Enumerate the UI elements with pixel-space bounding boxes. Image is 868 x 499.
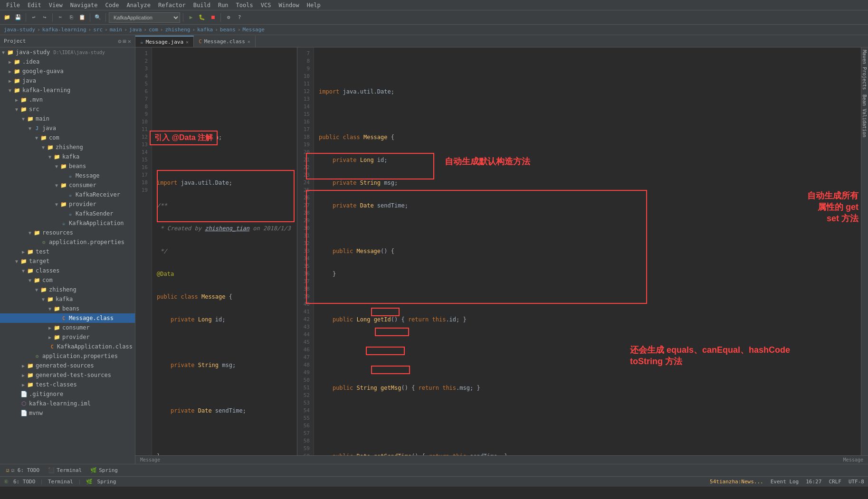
- sidebar-item-beans[interactable]: ▼ 📁 beans: [0, 161, 135, 171]
- menu-run[interactable]: Run: [214, 1, 232, 9]
- sidebar-item-mvnw[interactable]: ▶ 📄 mvnw: [0, 408, 135, 418]
- folder-icon: 📁: [33, 276, 41, 284]
- right-code-pane[interactable]: 自动生成默认构造方法 自动生成所有属性的 getset 方法: [297, 47, 861, 455]
- sidebar-item-kafka-learning[interactable]: ▼ 📁 kafka-learning: [0, 85, 135, 95]
- sidebar-layout-icon[interactable]: ⊞: [123, 38, 126, 45]
- toolbar-find[interactable]: 🔍: [93, 13, 103, 22]
- sidebar-item-main[interactable]: ▼ 📁 main: [0, 114, 135, 123]
- expand-arrow[interactable]: ▼: [0, 50, 7, 55]
- sidebar-item-generated-sources[interactable]: ▶ 📁 generated-sources: [0, 361, 135, 370]
- toolbar-paste[interactable]: 📋: [77, 13, 87, 22]
- menu-analyze[interactable]: Analyze: [123, 1, 154, 9]
- menu-refactor[interactable]: Refactor: [154, 1, 190, 9]
- sidebar-item-google-guava[interactable]: ▶ 📁 google-guava: [0, 66, 135, 76]
- sidebar-item-beans-target[interactable]: ▼ 📁 beans: [0, 304, 135, 313]
- sidebar-item-resources[interactable]: ▼ 📁 resources: [0, 228, 135, 237]
- menu-file[interactable]: File: [2, 1, 24, 9]
- toolbar-cut[interactable]: ✂: [56, 13, 65, 22]
- sidebar-item-gitignore[interactable]: ▶ 📄 .gitignore: [0, 389, 135, 399]
- sidebar-item-app-props-target[interactable]: ▶ ⚙ application.properties: [0, 351, 135, 361]
- bottom-tab-terminal[interactable]: ⬛ Terminal: [44, 466, 86, 475]
- breadcrumb-message[interactable]: Message: [243, 27, 265, 33]
- breadcrumb-java[interactable]: java: [129, 27, 142, 33]
- iml-icon: ⬡: [20, 400, 28, 407]
- menu-navigate[interactable]: Navigate: [67, 1, 102, 9]
- sidebar-item-test-classes[interactable]: ▶ 📁 test-classes: [0, 380, 135, 389]
- sidebar-item-kafka-learning-iml[interactable]: ▶ ⬡ kafka-learning.iml: [0, 399, 135, 408]
- project-selector[interactable]: KafkaApplication: [109, 12, 180, 23]
- left-code-content[interactable]: import lombok.Data; import java.util.Dat…: [152, 47, 297, 455]
- sidebar-item-idea[interactable]: ▶ 📁 .idea: [0, 57, 135, 66]
- menu-view[interactable]: View: [45, 1, 67, 9]
- sidebar-item-kafka-application[interactable]: ▶ ☕ KafkaApplication: [0, 218, 135, 228]
- right-code-content[interactable]: import java.util.Date; public class Mess…: [314, 47, 861, 455]
- sidebar-item-zhisheng[interactable]: ▼ 📁 zhisheng: [0, 142, 135, 152]
- toolbar-redo[interactable]: ↪: [40, 13, 49, 22]
- sidebar-item-kafka-receiver[interactable]: ▶ ☕ KafkaReceiver: [0, 190, 135, 199]
- breadcrumb-beans[interactable]: beans: [220, 27, 236, 33]
- breadcrumb-main[interactable]: main: [110, 27, 123, 33]
- toolbar-open[interactable]: 📁: [2, 13, 12, 22]
- menu-tools[interactable]: Tools: [232, 1, 257, 9]
- maven-projects-label[interactable]: Maven Projects: [861, 47, 868, 92]
- sidebar-item-test[interactable]: ▶ 📁 test: [0, 247, 135, 256]
- sidebar-item-java-study[interactable]: ▼ 📁 java-study D:\IDEA\java-study: [0, 47, 135, 57]
- sidebar-item-target[interactable]: ▼ 📁 target: [0, 256, 135, 266]
- toolbar-copy[interactable]: ⎘: [67, 13, 76, 22]
- sidebar-gear-icon[interactable]: ⚙: [118, 38, 121, 45]
- sidebar-close-icon[interactable]: ✕: [128, 38, 131, 45]
- sidebar-item-message-class[interactable]: ▶ C Message.class: [0, 313, 135, 323]
- toolbar-debug[interactable]: 🐛: [197, 13, 207, 22]
- menu-build[interactable]: Build: [190, 1, 214, 9]
- sidebar-item-src[interactable]: ▼ 📁 src: [0, 104, 135, 114]
- sidebar-item-java-src[interactable]: ▼ J java: [0, 123, 135, 133]
- tab-close-class[interactable]: ✕: [248, 39, 250, 44]
- sidebar-item-app-props[interactable]: ▶ ⚙ application.properties: [0, 237, 135, 247]
- sidebar-item-com-target[interactable]: ▼ 📁 com: [0, 275, 135, 285]
- sidebar-item-zhisheng-target[interactable]: ▼ 📁 zhisheng: [0, 285, 135, 294]
- sidebar-item-kafka-sender[interactable]: ▶ ☕ KafkaSender: [0, 209, 135, 218]
- java-file-icon: ☕: [67, 172, 74, 179]
- menu-vcs[interactable]: VCS: [257, 1, 275, 9]
- status-event-log[interactable]: Event Log: [771, 479, 799, 485]
- menu-edit[interactable]: Edit: [24, 1, 45, 9]
- sidebar-item-mvn[interactable]: ▶ 📁 .mvn: [0, 95, 135, 104]
- sidebar-item-message-java[interactable]: ▶ ☕ Message: [0, 171, 135, 180]
- breadcrumb-kafka[interactable]: kafka: [197, 27, 213, 33]
- menu-code[interactable]: Code: [102, 1, 123, 9]
- sidebar-item-com[interactable]: ▼ 📁 com: [0, 133, 135, 142]
- toolbar-undo[interactable]: ↩: [29, 13, 38, 22]
- toolbar-run[interactable]: ▶: [186, 13, 196, 22]
- left-code-pane[interactable]: 引入 @Data 注解 12345 678910 1112131415 1617…: [135, 47, 297, 455]
- menu-window[interactable]: Window: [275, 1, 303, 9]
- spring-label: Spring: [99, 467, 118, 473]
- sidebar-item-provider[interactable]: ▼ 📁 provider: [0, 199, 135, 209]
- toolbar-help[interactable]: ?: [235, 13, 244, 22]
- bottom-tab-spring[interactable]: 🌿 Spring: [86, 466, 122, 475]
- tab-message-java[interactable]: ☕ Message.java ✕: [135, 36, 194, 47]
- sidebar-item-consumer-target[interactable]: ▶ 📁 consumer: [0, 323, 135, 332]
- bean-validation-label[interactable]: Bean Validation: [861, 92, 868, 140]
- tab-close-java[interactable]: ✕: [186, 39, 189, 45]
- sidebar-item-classes[interactable]: ▼ 📁 classes: [0, 266, 135, 275]
- sidebar-item-kafka-target[interactable]: ▼ 📁 kafka: [0, 294, 135, 304]
- tab-message-class[interactable]: C Message.class ✕: [194, 36, 256, 47]
- breadcrumb-zhisheng[interactable]: zhisheng: [165, 27, 190, 33]
- sidebar-item-consumer[interactable]: ▼ 📁 consumer: [0, 180, 135, 190]
- breadcrumb-java-study[interactable]: java-study: [4, 27, 35, 33]
- sidebar-item-provider-target[interactable]: ▶ 📁 provider: [0, 332, 135, 342]
- right-file-status: Message: [843, 457, 863, 462]
- sidebar-item-kafka-pkg[interactable]: ▼ 📁 kafka: [0, 152, 135, 161]
- breadcrumb-src[interactable]: src: [93, 27, 103, 33]
- sidebar-item-kafkaapp-class[interactable]: ▶ C KafkaApplication.class: [0, 342, 135, 351]
- toolbar-settings[interactable]: ⚙: [224, 13, 233, 22]
- toolbar-stop[interactable]: ⏹: [208, 13, 218, 22]
- sidebar-item-java[interactable]: ▶ 📁 java: [0, 76, 135, 85]
- folder-icon: 📁: [7, 48, 14, 56]
- toolbar-save-all[interactable]: 💾: [13, 13, 23, 22]
- sidebar-item-generated-test-sources[interactable]: ▶ 📁 generated-test-sources: [0, 370, 135, 380]
- breadcrumb-kafka-learning[interactable]: kafka-learning: [42, 27, 86, 33]
- menu-help[interactable]: Help: [303, 1, 324, 9]
- breadcrumb-com[interactable]: com: [149, 27, 158, 33]
- bottom-tab-todo[interactable]: ☑ ☑ 6: TODO: [2, 466, 43, 475]
